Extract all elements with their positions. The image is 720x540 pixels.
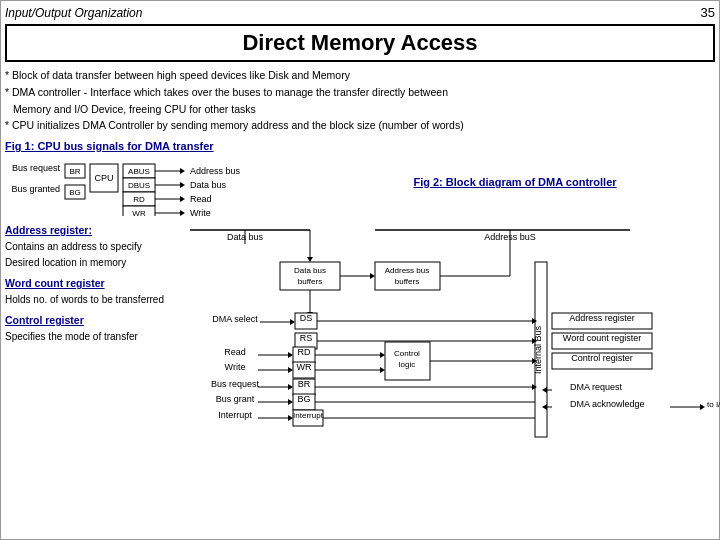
bullets-section: * Block of data transfer between high sp…	[5, 68, 715, 134]
svg-text:DMA acknowledge: DMA acknowledge	[570, 399, 645, 409]
svg-marker-8	[180, 168, 185, 174]
addr-reg-body2: Desired location in memory	[5, 257, 126, 268]
svg-text:BG: BG	[69, 188, 81, 197]
svg-text:DMA request: DMA request	[570, 382, 623, 392]
svg-text:Bus request: Bus request	[211, 379, 260, 389]
fig1-title: Fig 1: CPU bus signals for DMA transfer	[5, 140, 715, 152]
addr-reg-body: Contains an address to specify	[5, 241, 142, 252]
fig2-title: Fig 2: Block diagram of DMA controller	[413, 176, 616, 188]
control-reg-body: Specifies the mode of transfer	[5, 331, 138, 342]
fig1-svg: Bus request BR CPU ABUS Address bus Bus …	[5, 156, 315, 216]
svg-text:Control register: Control register	[571, 353, 633, 363]
svg-marker-75	[380, 367, 385, 373]
svg-text:Interrupt: Interrupt	[293, 411, 324, 420]
svg-marker-71	[288, 367, 293, 373]
svg-marker-32	[307, 257, 313, 262]
svg-text:Address bus: Address bus	[385, 266, 429, 275]
svg-text:buffers: buffers	[395, 277, 419, 286]
slide-number: 35	[701, 5, 715, 20]
bullet-3: Memory and I/O Device, freeing CPU for o…	[5, 102, 715, 118]
topic-label: Input/Output Organization	[5, 6, 142, 20]
addr-reg-title: Address register:	[5, 224, 92, 236]
svg-text:RD: RD	[133, 195, 145, 204]
svg-text:ABUS: ABUS	[128, 167, 150, 176]
svg-marker-68	[380, 352, 385, 358]
svg-text:Write: Write	[190, 208, 211, 216]
svg-text:Internal Bus: Internal Bus	[533, 325, 543, 374]
svg-marker-94	[288, 399, 293, 405]
word-count-body: Holds no. of words to be transferred	[5, 294, 164, 305]
svg-text:Bus granted: Bus granted	[11, 184, 60, 194]
svg-text:Data bus: Data bus	[294, 266, 326, 275]
svg-marker-21	[180, 196, 185, 202]
bullet-2: * DMA controller - Interface which takes…	[5, 85, 715, 101]
svg-text:BG: BG	[297, 394, 310, 404]
svg-text:DMA select: DMA select	[212, 314, 258, 324]
svg-text:Read: Read	[224, 347, 246, 357]
svg-text:Word count register: Word count register	[563, 333, 641, 343]
dma-diagram: Data bus Data bus buffers Address bus bu…	[180, 222, 720, 454]
svg-marker-64	[288, 352, 293, 358]
svg-text:RD: RD	[298, 347, 311, 357]
svg-text:CPU: CPU	[94, 173, 113, 183]
lower-section: Address register: Contains an address to…	[5, 222, 715, 454]
svg-marker-26	[180, 210, 185, 216]
svg-text:WR: WR	[132, 209, 146, 217]
svg-text:Read: Read	[190, 194, 212, 204]
svg-marker-37	[370, 273, 375, 279]
left-panel: Address register: Contains an address to…	[5, 222, 180, 345]
svg-text:Control: Control	[394, 349, 420, 358]
svg-marker-87	[288, 384, 293, 390]
svg-text:logic: logic	[399, 360, 415, 369]
svg-text:DS: DS	[300, 313, 313, 323]
svg-text:RS: RS	[300, 333, 313, 343]
svg-text:DBUS: DBUS	[128, 181, 150, 190]
bullet-1: * Block of data transfer between high sp…	[5, 68, 715, 84]
word-count-section: Word count register Holds no. of words t…	[5, 275, 180, 308]
svg-text:BR: BR	[298, 379, 311, 389]
svg-text:Interrupt: Interrupt	[218, 410, 252, 420]
dma-svg: Data bus Data bus buffers Address bus bu…	[180, 222, 720, 452]
svg-text:Bus grant: Bus grant	[216, 394, 255, 404]
control-reg-section: Control register Specifies the mode of t…	[5, 312, 180, 345]
main-title: Direct Memory Access	[5, 24, 715, 62]
svg-marker-16	[180, 182, 185, 188]
svg-text:Data bus: Data bus	[190, 180, 227, 190]
control-reg-title: Control register	[5, 314, 84, 326]
addr-reg-section: Address register: Contains an address to…	[5, 222, 180, 271]
svg-marker-111	[700, 404, 705, 410]
word-count-title: Word count register	[5, 277, 105, 289]
svg-text:Write: Write	[225, 362, 246, 372]
svg-text:Address register: Address register	[569, 313, 635, 323]
bullet-4: * CPU initializes DMA Controller by send…	[5, 118, 715, 134]
fig2-title-area: Fig 2: Block diagram of DMA controller	[315, 156, 715, 188]
page-container: Input/Output Organization 35 Direct Memo…	[0, 0, 720, 540]
svg-text:BR: BR	[69, 167, 80, 176]
svg-text:buffers: buffers	[298, 277, 322, 286]
top-bar: Input/Output Organization 35	[5, 5, 715, 20]
svg-text:Address bus: Address bus	[190, 166, 241, 176]
fig1-diagram: Bus request BR CPU ABUS Address bus Bus …	[5, 156, 315, 218]
svg-text:Bus request: Bus request	[12, 163, 61, 173]
svg-text:WR: WR	[297, 362, 312, 372]
svg-marker-51	[290, 319, 295, 325]
svg-text:to I/O device: to I/O device	[707, 400, 720, 409]
